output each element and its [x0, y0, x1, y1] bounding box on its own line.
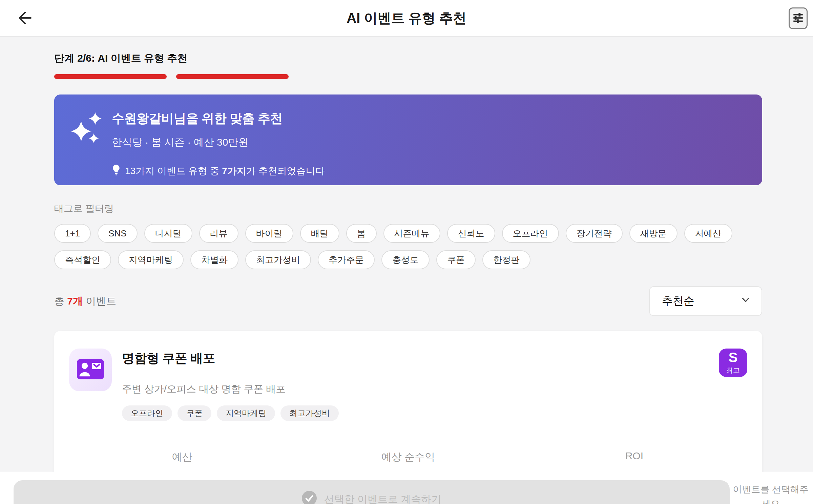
filter-tag[interactable]: 디지털	[144, 224, 192, 243]
filter-tag[interactable]: 추가주문	[318, 250, 375, 269]
app-header: AI 이벤트 유형 추천	[0, 0, 813, 37]
settings-button[interactable]	[789, 7, 808, 29]
continue-button-label: 선택한 이벤트로 계속하기	[324, 492, 442, 504]
stat-label: ROI	[521, 450, 747, 462]
event-card-body: 명함형 쿠폰 배포 주변 상가/오피스 대상 명함 쿠폰 배포 오프라인쿠폰지역…	[122, 349, 709, 421]
summary-row: 총 7개 이벤트 추천순	[54, 286, 762, 316]
filter-tag[interactable]: 즉석할인	[54, 250, 111, 269]
grade-badge: S 최고	[719, 349, 747, 377]
filter-tag[interactable]: 재방문	[629, 224, 678, 243]
event-title: 명함형 쿠폰 배포	[122, 350, 709, 367]
filter-tag[interactable]: 봄	[346, 224, 377, 243]
filter-tag[interactable]: 최고가성비	[245, 250, 311, 269]
banner-info-count: 7가지	[222, 166, 246, 176]
filter-tag[interactable]: 배달	[300, 224, 339, 243]
total-events-count: 7개	[67, 295, 83, 307]
filter-tag[interactable]: 충성도	[381, 250, 430, 269]
event-tag: 쿠폰	[178, 405, 211, 421]
progress-bar	[54, 74, 762, 79]
filter-tag[interactable]: 시즌메뉴	[383, 224, 440, 243]
banner-title: 수원왕갈비님을 위한 맞춤 추천	[112, 110, 742, 127]
filter-tag[interactable]: 오프라인	[502, 224, 559, 243]
grade-letter: S	[729, 351, 738, 364]
contact-card-mail-icon	[77, 359, 104, 381]
banner-subtitle: 한식당 · 봄 시즌 · 예산 30만원	[112, 135, 742, 149]
lightbulb-icon	[112, 164, 121, 178]
filter-tag[interactable]: 1+1	[54, 224, 91, 243]
chevron-down-icon	[741, 295, 751, 308]
filter-tag[interactable]: 저예산	[684, 224, 732, 243]
event-tag: 지역마케팅	[217, 405, 275, 421]
stat-label: 예산	[69, 450, 295, 464]
sort-dropdown[interactable]: 추천순	[649, 286, 762, 316]
event-card-head: 명함형 쿠폰 배포 주변 상가/오피스 대상 명함 쿠폰 배포 오프라인쿠폰지역…	[69, 349, 747, 421]
ai-banner: 수원왕갈비님을 위한 맞춤 추천 한식당 · 봄 시즌 · 예산 30만원 13…	[54, 94, 762, 185]
sparkles-icon	[68, 109, 104, 146]
banner-info: 13가지 이벤트 유형 중 7가지가 추천되었습니다	[112, 164, 742, 178]
total-events-label: 총 7개 이벤트	[54, 294, 116, 308]
filter-tag[interactable]: 리뷰	[199, 224, 238, 243]
filter-tag[interactable]: SNS	[98, 224, 137, 243]
event-tag: 최고가성비	[280, 405, 339, 421]
filter-tag[interactable]: 차별화	[190, 250, 238, 269]
progress-segment	[54, 74, 167, 79]
main-content: 단계 2/6: AI 이벤트 유형 추천 수원왕갈비님을 위한 맞춤 추천 한식…	[0, 37, 813, 504]
filter-tag-list: 1+1SNS디지털리뷰바이럴배달봄시즌메뉴신뢰도오프라인장기전략재방문저예산즉석…	[54, 224, 762, 269]
step-label: 단계 2/6: AI 이벤트 유형 추천	[54, 37, 762, 65]
event-description: 주변 상가/오피스 대상 명함 쿠폰 배포	[122, 382, 709, 396]
progress-segment	[176, 74, 289, 79]
event-icon-container	[69, 349, 112, 391]
filter-tag[interactable]: 지역마케팅	[118, 250, 184, 269]
sliders-tune-icon	[792, 12, 805, 25]
event-tag-list: 오프라인쿠폰지역마케팅최고가성비	[122, 405, 709, 421]
continue-button[interactable]: 선택한 이벤트로 계속하기	[14, 480, 730, 504]
stat-label: 예상 순수익	[295, 450, 521, 464]
filter-tag[interactable]: 쿠폰	[436, 250, 476, 269]
bottom-bar: 선택한 이벤트로 계속하기 이벤트를 선택해주세요	[0, 472, 813, 504]
banner-info-text: 13가지 이벤트 유형 중 7가지가 추천되었습니다	[125, 165, 325, 177]
filter-tag[interactable]: 신뢰도	[447, 224, 495, 243]
filter-tag[interactable]: 바이럴	[245, 224, 293, 243]
page-title: AI 이벤트 유형 추천	[0, 0, 813, 36]
check-circle-icon	[302, 491, 317, 504]
grade-label: 최고	[726, 366, 740, 375]
filter-label: 태그로 필터링	[54, 202, 762, 215]
filter-tag[interactable]: 한정판	[482, 250, 530, 269]
filter-tag[interactable]: 장기전략	[566, 224, 623, 243]
footer-helper-text: 이벤트를 선택해주세요	[729, 482, 812, 504]
event-tag: 오프라인	[122, 405, 172, 421]
sort-selected-value: 추천순	[662, 294, 694, 309]
